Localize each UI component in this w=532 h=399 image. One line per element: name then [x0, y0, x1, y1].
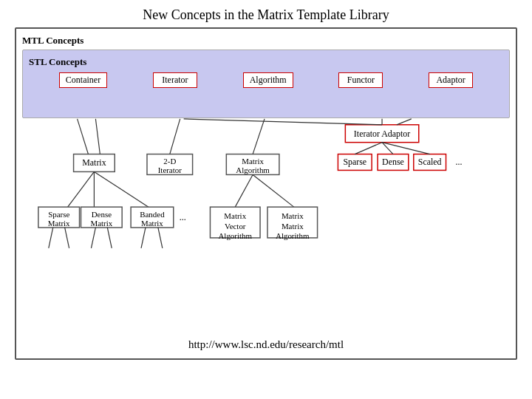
matrix-algorithm-label2: Algorithm — [236, 166, 270, 174]
svg-line-28 — [65, 228, 69, 248]
stl-box: STL Concepts Container Iterator Algorith… — [22, 50, 510, 118]
svg-line-32 — [158, 228, 163, 248]
diagram-svg: Iterator Adaptor Matrix 2-D — [22, 118, 510, 332]
page-wrapper: New Concepts in the Matrix Template Libr… — [0, 0, 532, 360]
sparse-label: Sparse — [343, 157, 366, 167]
ellipsis2: ... — [180, 212, 186, 222]
page-title: New Concepts in the Matrix Template Libr… — [0, 0, 532, 27]
dense-label: Dense — [382, 157, 404, 167]
two-d-iterator-label: 2-D — [163, 157, 176, 166]
svg-line-19 — [94, 171, 149, 207]
concept-algorithm: Algorithm — [243, 72, 293, 88]
svg-line-17 — [68, 171, 95, 207]
svg-line-13 — [184, 119, 382, 125]
svg-line-27 — [49, 228, 53, 248]
dense-matrix-label: Dense — [92, 210, 112, 219]
concept-functor: Functor — [338, 72, 383, 88]
matrix-matrix-label3: Algorithm — [276, 231, 310, 240]
sparse-matrix-label2: Matrix — [48, 219, 70, 228]
concept-adaptor: Adaptor — [429, 72, 473, 88]
scaled-label: Scaled — [418, 157, 442, 167]
svg-line-29 — [91, 228, 95, 248]
outer-box: MTL Concepts STL Concepts Container Iter… — [15, 27, 517, 360]
matrix-matrix-label2: Matrix — [282, 222, 304, 231]
svg-line-23 — [235, 174, 253, 207]
matrix-vector-label3: Algorithm — [218, 231, 252, 240]
svg-line-15 — [397, 119, 412, 125]
banded-matrix-label2: Matrix — [141, 219, 163, 228]
svg-line-31 — [141, 228, 146, 248]
stl-label: STL Concepts — [29, 56, 503, 68]
svg-line-7 — [355, 143, 382, 154]
mtl-label: MTL Concepts — [22, 35, 510, 47]
concept-iterator: Iterator — [153, 72, 197, 88]
matrix-algorithm-label: Matrix — [242, 157, 264, 166]
svg-line-24 — [253, 174, 294, 207]
svg-line-30 — [107, 228, 112, 248]
ellipsis1: ... — [455, 157, 462, 167]
svg-line-10 — [78, 119, 89, 154]
svg-line-16 — [253, 119, 265, 154]
stl-concepts-row: Container Iterator Algorithm Functor Ada… — [29, 72, 503, 88]
two-d-iterator-label2: Iterator — [158, 166, 182, 174]
svg-line-11 — [95, 119, 100, 154]
svg-line-12 — [170, 119, 180, 154]
matrix-vector-label: Matrix — [224, 211, 246, 220]
svg-line-9 — [382, 143, 430, 154]
banded-matrix-label: Banded — [140, 210, 165, 219]
matrix-vector-label2: Vector — [225, 222, 246, 231]
matrix-label: Matrix — [82, 157, 106, 168]
matrix-matrix-label: Matrix — [282, 211, 304, 220]
dense-matrix-label2: Matrix — [90, 219, 112, 228]
diagram-area: Iterator Adaptor Matrix 2-D — [22, 118, 510, 332]
sparse-matrix-label: Sparse — [48, 210, 69, 219]
iterator-adaptor-label: Iterator Adaptor — [354, 129, 410, 139]
concept-container: Container — [59, 72, 107, 88]
footer-url: http://www.lsc.nd.edu/research/mtl — [22, 338, 510, 352]
